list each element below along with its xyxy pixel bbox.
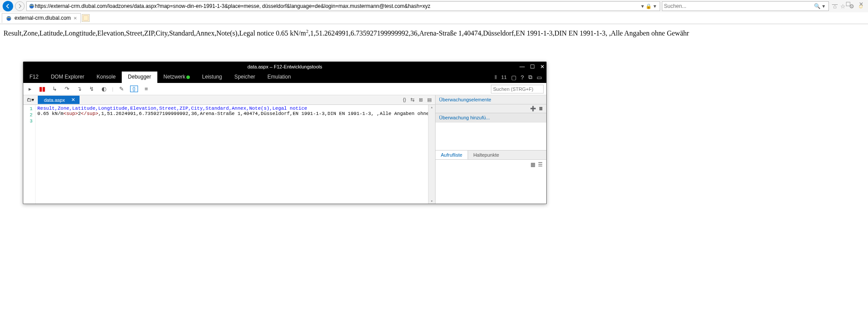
svg-point-1: [7, 16, 11, 21]
url-dropdown-icon[interactable]: ▾: [639, 3, 646, 9]
url-input[interactable]: [35, 3, 639, 9]
tab-title: external-crm.dlubal.com: [15, 15, 71, 21]
new-tab-button[interactable]: [82, 14, 90, 22]
ie-logo-icon: [29, 3, 35, 10]
tab-close-icon[interactable]: ✕: [73, 16, 77, 21]
search-dropdown-icon[interactable]: ▾: [821, 3, 827, 9]
address-bar-row: ▾ 🔒 ▾ 🔍 ▾ ⌂ ☆ ⚙ ☺: [0, 0, 868, 12]
search-input[interactable]: [664, 3, 814, 9]
window-controls: — ☐ ✕: [832, 1, 864, 7]
maximize-button[interactable]: ☐: [846, 1, 851, 7]
result-text-after: ,1,51.2624991,6.735927199999992,36,Arena…: [309, 29, 689, 37]
browser-tab[interactable]: external-crm.dlubal.com ✕: [2, 13, 81, 23]
result-text-before: Result,Zone,Latitude,Longtitude,Elevatio…: [4, 29, 306, 37]
lock-icon: 🔒: [646, 4, 652, 9]
close-button[interactable]: ✕: [859, 1, 864, 7]
forward-button[interactable]: [15, 1, 25, 11]
tab-ie-icon: [6, 15, 12, 22]
page-body-text: Result,Zone,Latitude,Longtitude,Elevatio…: [0, 24, 868, 42]
minimize-button[interactable]: —: [832, 1, 838, 7]
svg-rect-2: [84, 16, 88, 21]
svg-point-0: [29, 4, 34, 9]
back-button[interactable]: [3, 1, 13, 11]
search-box[interactable]: 🔍 ▾: [662, 1, 829, 11]
browser-chrome: ▾ 🔒 ▾ 🔍 ▾ ⌂ ☆ ⚙ ☺ external-crm.dlubal.co…: [0, 0, 868, 24]
url-menu-icon[interactable]: ▾: [652, 3, 658, 9]
url-bar[interactable]: ▾ 🔒 ▾: [26, 1, 660, 11]
browser-tab-row: external-crm.dlubal.com ✕: [0, 12, 868, 24]
search-magnifier-icon[interactable]: 🔍: [814, 3, 821, 9]
